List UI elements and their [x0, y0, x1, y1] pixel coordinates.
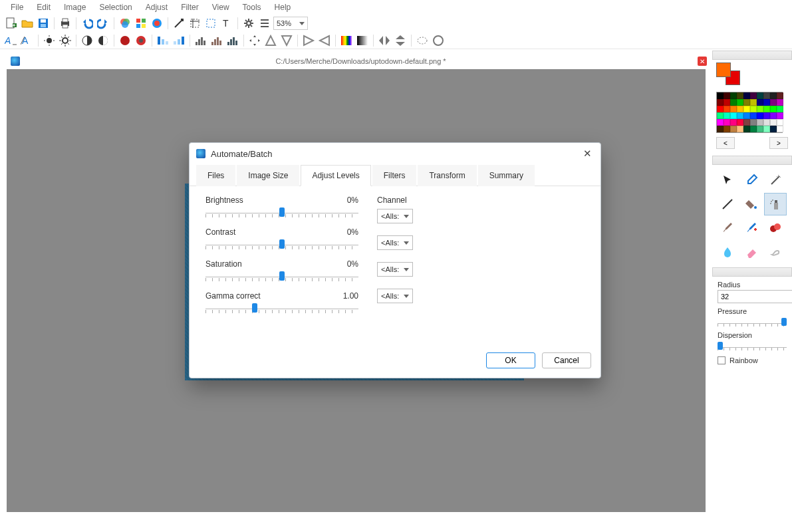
palette-swatch[interactable]: [763, 92, 770, 99]
palette-swatch[interactable]: [730, 126, 737, 132]
bucket-tool[interactable]: [740, 193, 763, 215]
palette-swatch[interactable]: [724, 92, 730, 99]
palette-swatch[interactable]: [737, 99, 743, 106]
panel-handle[interactable]: [712, 51, 792, 60]
red-ring-icon[interactable]: [134, 33, 148, 48]
palette-swatch[interactable]: [757, 99, 763, 106]
eraser-tool[interactable]: [740, 241, 763, 263]
save-icon[interactable]: [36, 16, 51, 31]
contrast-dec-icon[interactable]: [96, 33, 110, 48]
palette-swatch[interactable]: [717, 92, 724, 99]
menu-tools[interactable]: Tools: [236, 1, 268, 13]
palette-swatch[interactable]: [730, 92, 737, 99]
palette-swatch[interactable]: [717, 106, 724, 112]
clone-tool[interactable]: [764, 217, 787, 239]
palette-swatch[interactable]: [777, 112, 783, 119]
histogram-left-icon[interactable]: [156, 33, 170, 48]
tab-files[interactable]: Files: [196, 165, 235, 186]
menu-filter[interactable]: Filter: [174, 1, 205, 13]
palette-swatch[interactable]: [743, 92, 750, 99]
tab-transform[interactable]: Transform: [418, 165, 476, 186]
new-file-icon[interactable]: [4, 16, 19, 31]
channel-select-2[interactable]: <Alls:: [377, 235, 413, 250]
palette-swatch[interactable]: [737, 112, 743, 119]
move-icon[interactable]: [247, 33, 262, 48]
blur-tool[interactable]: [716, 241, 739, 263]
palette-swatch[interactable]: [770, 99, 777, 106]
brightness-slider[interactable]: [205, 207, 358, 218]
flip-h-icon[interactable]: [377, 33, 392, 48]
radius-input[interactable]: [718, 290, 792, 303]
menu-adjust[interactable]: Adjust: [139, 1, 174, 13]
palette-swatch[interactable]: [717, 112, 724, 119]
menu-image[interactable]: Image: [57, 1, 92, 13]
palette-swatch[interactable]: [717, 99, 724, 106]
brush-tool[interactable]: [716, 217, 739, 239]
rgb-mixer-icon[interactable]: [118, 16, 132, 31]
selection-icon[interactable]: [203, 16, 218, 31]
menu-view[interactable]: View: [205, 1, 236, 13]
rainbow-checkbox[interactable]: Rainbow: [718, 356, 787, 364]
undo-icon[interactable]: [80, 16, 94, 31]
palette-swatch[interactable]: [750, 99, 757, 106]
palette-swatch[interactable]: [743, 119, 750, 126]
dispersion-slider[interactable]: [718, 340, 787, 351]
contrast-slider[interactable]: [205, 239, 358, 250]
settings-icon[interactable]: [241, 16, 256, 31]
tri2-icon[interactable]: [279, 33, 294, 48]
histogram-right-icon[interactable]: [172, 33, 186, 48]
panel-handle-2[interactable]: [712, 156, 792, 165]
palette-swatch[interactable]: [717, 119, 724, 126]
palette-swatch[interactable]: [737, 119, 743, 126]
palette-swatch[interactable]: [724, 119, 730, 126]
cancel-button[interactable]: Cancel: [542, 352, 591, 368]
saturation-slider[interactable]: [205, 271, 358, 282]
palette-swatch[interactable]: [737, 126, 743, 132]
palette-swatch[interactable]: [757, 112, 763, 119]
palette-prev-button[interactable]: <: [716, 137, 735, 149]
contrast-inc-icon[interactable]: [80, 33, 94, 48]
heal-brush-tool[interactable]: [740, 217, 763, 239]
palette-swatch[interactable]: [770, 126, 777, 132]
levels1-icon[interactable]: [194, 33, 208, 48]
palette-swatch[interactable]: [737, 92, 743, 99]
palette-swatch[interactable]: [770, 92, 777, 99]
palette-swatch[interactable]: [770, 112, 777, 119]
palette-swatch[interactable]: [770, 106, 777, 112]
palette-swatch[interactable]: [770, 119, 777, 126]
menu-file[interactable]: File: [4, 1, 30, 13]
palette-swatch[interactable]: [743, 112, 750, 119]
palette-next-button[interactable]: >: [769, 137, 788, 149]
palette-swatch[interactable]: [777, 119, 783, 126]
palette-swatch[interactable]: [750, 119, 757, 126]
palette-swatch[interactable]: [724, 106, 730, 112]
spray-tool[interactable]: [764, 193, 787, 215]
panel-handle-3[interactable]: [712, 267, 792, 277]
menu-edit[interactable]: Edit: [30, 1, 57, 13]
color-circle-icon[interactable]: [150, 16, 164, 31]
tri3-icon[interactable]: [301, 33, 316, 48]
tri1-icon[interactable]: [263, 33, 278, 48]
palette-swatch[interactable]: [777, 99, 783, 106]
palette-swatch[interactable]: [724, 112, 730, 119]
tab-adjust-levels[interactable]: Adjust Levels: [301, 165, 370, 186]
fg-bg-colors[interactable]: [716, 63, 744, 88]
dialog-close-button[interactable]: ✕: [581, 147, 594, 160]
palette-swatch[interactable]: [750, 106, 757, 112]
palette-swatch[interactable]: [757, 106, 763, 112]
menu-help[interactable]: Help: [268, 1, 298, 13]
open-file-icon[interactable]: [20, 16, 35, 31]
brightness-down-icon[interactable]: [42, 33, 57, 48]
line-tool-icon[interactable]: [172, 16, 186, 31]
palette-swatch[interactable]: [777, 92, 783, 99]
palette-swatch[interactable]: [757, 126, 763, 132]
eyedropper-tool[interactable]: [740, 169, 763, 192]
palette-swatch[interactable]: [750, 126, 757, 132]
smudge-tool[interactable]: [764, 241, 787, 263]
palette-swatch[interactable]: [730, 112, 737, 119]
wand-tool[interactable]: [764, 169, 787, 192]
line-draw-tool[interactable]: [716, 193, 739, 215]
swatches-icon[interactable]: [134, 16, 148, 31]
palette-swatch[interactable]: [724, 126, 730, 132]
pressure-slider[interactable]: [718, 317, 787, 327]
